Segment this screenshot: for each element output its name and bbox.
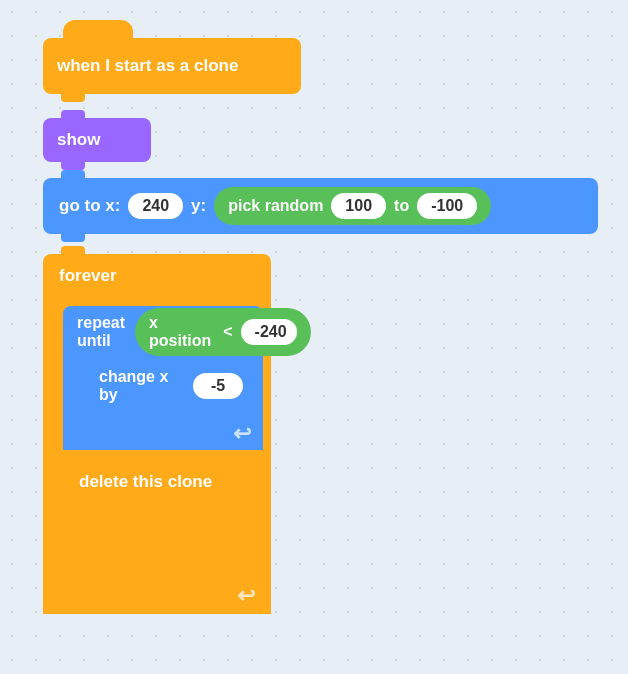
forever-bottom-arrow: ↩ bbox=[43, 578, 271, 614]
show-block[interactable]: show bbox=[43, 118, 151, 162]
forever-label: forever bbox=[59, 266, 117, 286]
forever-arrow-icon: ↩ bbox=[237, 583, 255, 609]
repeat-until-body: change x by -5 bbox=[63, 358, 263, 418]
forever-header: forever bbox=[43, 254, 271, 298]
repeat-until-label: repeat until bbox=[77, 314, 125, 350]
goto-y-label: y: bbox=[191, 196, 206, 216]
operator-label: < bbox=[223, 323, 232, 341]
repeat-arrow-icon: ↩ bbox=[233, 421, 251, 447]
delete-clone-block[interactable]: delete this clone bbox=[63, 458, 263, 506]
forever-block[interactable]: forever repeat until x position < -240 bbox=[43, 254, 271, 614]
repeat-until-block[interactable]: repeat until x position < -240 change x … bbox=[63, 306, 263, 450]
pick-random-label: pick random bbox=[228, 197, 323, 215]
show-block-label: show bbox=[57, 130, 100, 150]
change-x-value[interactable]: -5 bbox=[193, 373, 243, 399]
condition-block[interactable]: x position < -240 bbox=[135, 308, 311, 356]
scratch-workspace: when I start as a clone show go to x: 24… bbox=[0, 0, 628, 674]
random-from-input[interactable]: 100 bbox=[331, 193, 386, 219]
forever-body: repeat until x position < -240 change x … bbox=[43, 298, 271, 578]
to-label: to bbox=[394, 197, 409, 215]
condition-value[interactable]: -240 bbox=[241, 319, 297, 345]
delete-clone-label: delete this clone bbox=[79, 472, 212, 492]
hat-block-label: when I start as a clone bbox=[57, 56, 238, 76]
pick-random-block[interactable]: pick random 100 to -100 bbox=[214, 187, 491, 225]
change-x-block[interactable]: change x by -5 bbox=[85, 364, 257, 408]
random-to-input[interactable]: -100 bbox=[417, 193, 477, 219]
goto-block[interactable]: go to x: 240 y: pick random 100 to -100 bbox=[43, 178, 598, 234]
repeat-until-header: repeat until x position < -240 bbox=[63, 306, 263, 358]
repeat-until-bottom-arrow: ↩ bbox=[63, 418, 263, 450]
goto-label: go to x: bbox=[59, 196, 120, 216]
goto-x-input[interactable]: 240 bbox=[128, 193, 183, 219]
when-start-as-clone-block[interactable]: when I start as a clone bbox=[43, 38, 301, 94]
x-position-label: x position bbox=[149, 314, 215, 350]
change-x-label: change x by bbox=[99, 368, 185, 404]
